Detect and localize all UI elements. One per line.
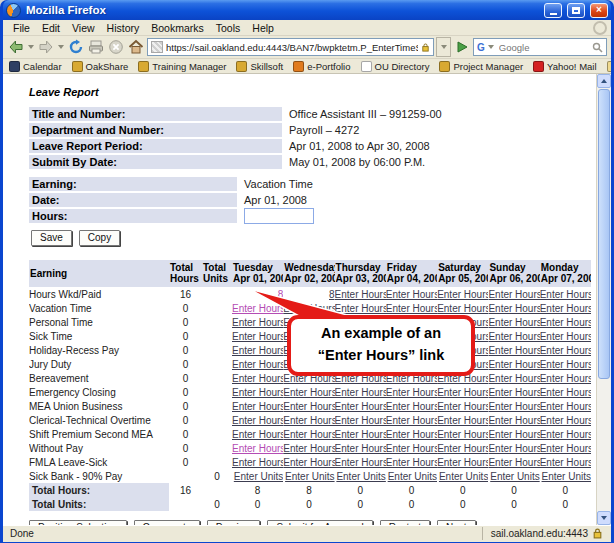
enter-hours-link[interactable]: Enter Hours xyxy=(488,373,539,384)
back-dropdown-icon[interactable] xyxy=(28,45,34,49)
enter-hours-link[interactable]: Enter Hours xyxy=(386,415,437,426)
stop-button[interactable] xyxy=(107,38,125,56)
enter-hours-link[interactable]: Enter Hours xyxy=(540,317,591,328)
enter-hours-link[interactable]: Enter Hours xyxy=(232,345,283,356)
enter-hours-link[interactable]: Enter Hours xyxy=(488,401,539,412)
enter-hours-link[interactable]: Enter Hours xyxy=(386,457,437,468)
enter-hours-link[interactable]: Enter Hours xyxy=(488,443,539,454)
bookmark-calendar[interactable]: Calendar xyxy=(9,61,62,72)
enter-hours-link[interactable]: Enter Hours xyxy=(488,289,539,300)
enter-hours-link[interactable]: Enter Hours xyxy=(540,345,591,356)
enter-hours-link[interactable]: Enter Hours xyxy=(488,331,539,342)
button-submit-for-approval[interactable]: Submit for Approval xyxy=(267,520,372,525)
bookmark-yahoo-mail[interactable]: Yahoo! Mail xyxy=(533,61,596,72)
url-history-dropdown-button[interactable] xyxy=(436,37,451,57)
enter-hours-link[interactable]: Enter Hours xyxy=(335,415,386,426)
scroll-up-button[interactable] xyxy=(597,74,611,88)
enter-hours-link[interactable]: Enter Hours xyxy=(232,373,283,384)
enter-units-link[interactable]: Enter Units xyxy=(234,471,283,482)
button-comments[interactable]: Comments xyxy=(134,520,200,525)
scrollbar-thumb[interactable] xyxy=(598,89,610,379)
scroll-down-button[interactable] xyxy=(597,511,611,525)
maximize-button[interactable] xyxy=(567,3,585,18)
enter-hours-link[interactable]: Enter Hours xyxy=(540,331,591,342)
enter-hours-link[interactable]: Enter Hours xyxy=(335,457,386,468)
enter-hours-link[interactable]: Enter Hours xyxy=(437,401,488,412)
enter-hours-link[interactable]: Enter Hours xyxy=(386,401,437,412)
button-restart[interactable]: Restart xyxy=(380,520,430,525)
enter-hours-link[interactable]: Enter Hours xyxy=(437,443,488,454)
enter-hours-link[interactable]: Enter Hours xyxy=(488,387,539,398)
enter-hours-link[interactable]: Enter Hours xyxy=(232,401,283,412)
button-next[interactable]: Next xyxy=(437,520,476,525)
button-copy[interactable]: Copy xyxy=(79,230,120,246)
forward-button[interactable] xyxy=(37,38,55,56)
enter-units-link[interactable]: Enter Units xyxy=(490,471,539,482)
enter-units-link[interactable]: Enter Units xyxy=(542,471,591,482)
enter-hours-link[interactable]: Enter Hours xyxy=(283,387,334,398)
enter-hours-link[interactable]: Enter Hours xyxy=(540,443,591,454)
back-button[interactable] xyxy=(7,38,25,56)
enter-hours-link[interactable]: Enter Hours xyxy=(540,415,591,426)
enter-hours-link[interactable]: Enter Hours xyxy=(386,387,437,398)
search-engine-dropdown-icon[interactable] xyxy=(488,45,494,49)
url-input[interactable] xyxy=(166,42,418,53)
enter-hours-link[interactable]: Enter Hours xyxy=(283,415,334,426)
enter-hours-link[interactable]: Enter Hours xyxy=(488,303,539,314)
enter-hours-link[interactable]: Enter Hours xyxy=(232,415,283,426)
enter-units-link[interactable]: Enter Units xyxy=(388,471,437,482)
enter-hours-link[interactable]: Enter Hours xyxy=(335,401,386,412)
bookmark-cms[interactable]: CMS xyxy=(607,61,611,72)
enter-hours-link[interactable]: Enter Hours xyxy=(488,359,539,370)
menu-history[interactable]: History xyxy=(101,22,146,34)
enter-hours-link[interactable]: Enter Hours xyxy=(540,289,591,300)
go-button[interactable] xyxy=(453,38,471,56)
enter-hours-link[interactable]: Enter Hours xyxy=(386,429,437,440)
enter-units-link[interactable]: Enter Units xyxy=(285,471,334,482)
reload-button[interactable] xyxy=(67,38,85,56)
enter-hours-link[interactable]: Enter Hours xyxy=(386,303,437,314)
enter-hours-link[interactable]: Enter Hours xyxy=(437,457,488,468)
enter-hours-link[interactable]: Enter Hours xyxy=(335,443,386,454)
enter-hours-link[interactable]: Enter Hours xyxy=(335,429,386,440)
enter-hours-link[interactable]: Enter Hours xyxy=(335,387,386,398)
enter-hours-link[interactable]: Enter Hours xyxy=(540,359,591,370)
home-button[interactable] xyxy=(127,38,145,56)
close-button[interactable]: × xyxy=(590,3,608,18)
enter-hours-link[interactable]: Enter Hours xyxy=(386,289,437,300)
button-position-selection[interactable]: Position Selection xyxy=(29,520,127,525)
enter-hours-link[interactable]: Enter Hours xyxy=(437,415,488,426)
search-icon[interactable] xyxy=(592,42,603,53)
enter-hours-link[interactable]: Enter Hours xyxy=(232,359,283,370)
enter-hours-link[interactable]: Enter Hours xyxy=(540,373,591,384)
enter-units-link[interactable]: Enter Units xyxy=(439,471,488,482)
menu-view[interactable]: View xyxy=(66,22,101,34)
enter-hours-link[interactable]: Enter Hours xyxy=(232,387,283,398)
search-input[interactable] xyxy=(497,41,590,54)
menu-bookmarks[interactable]: Bookmarks xyxy=(145,22,210,34)
enter-hours-link[interactable]: Enter Hours xyxy=(283,401,334,412)
vertical-scrollbar[interactable] xyxy=(596,74,611,525)
enter-hours-link[interactable]: Enter Hours xyxy=(283,429,334,440)
forward-dropdown-icon[interactable] xyxy=(58,45,64,49)
enter-hours-link[interactable]: Enter Hours xyxy=(283,443,334,454)
address-bar[interactable] xyxy=(147,38,434,56)
enter-hours-link[interactable]: Enter Hours xyxy=(437,387,488,398)
enter-hours-link[interactable]: Enter Hours xyxy=(488,317,539,328)
enter-hours-link[interactable]: Enter Hours xyxy=(232,331,283,342)
menu-edit[interactable]: Edit xyxy=(36,22,66,34)
bookmark-ou-directory[interactable]: OU Directory xyxy=(361,61,430,72)
bookmark-training-manager[interactable]: Training Manager xyxy=(138,61,226,72)
enter-hours-link[interactable]: Enter Hours xyxy=(488,429,539,440)
search-engine-icon[interactable]: G xyxy=(477,42,485,53)
enter-hours-link[interactable]: Enter Hours xyxy=(540,401,591,412)
enter-hours-link[interactable]: Enter Hours xyxy=(488,345,539,356)
enter-hours-link[interactable]: Enter Hours xyxy=(232,429,283,440)
hours-input[interactable] xyxy=(244,208,314,224)
enter-hours-link[interactable]: Enter Hours xyxy=(540,387,591,398)
bookmark-oakshare[interactable]: OakShare xyxy=(72,61,129,72)
enter-hours-link[interactable]: Enter Hours xyxy=(488,415,539,426)
enter-hours-link[interactable]: Enter Hours xyxy=(386,443,437,454)
enter-hours-link[interactable]: Enter Hours xyxy=(232,457,283,468)
enter-hours-link[interactable]: Enter Hours xyxy=(232,443,283,454)
